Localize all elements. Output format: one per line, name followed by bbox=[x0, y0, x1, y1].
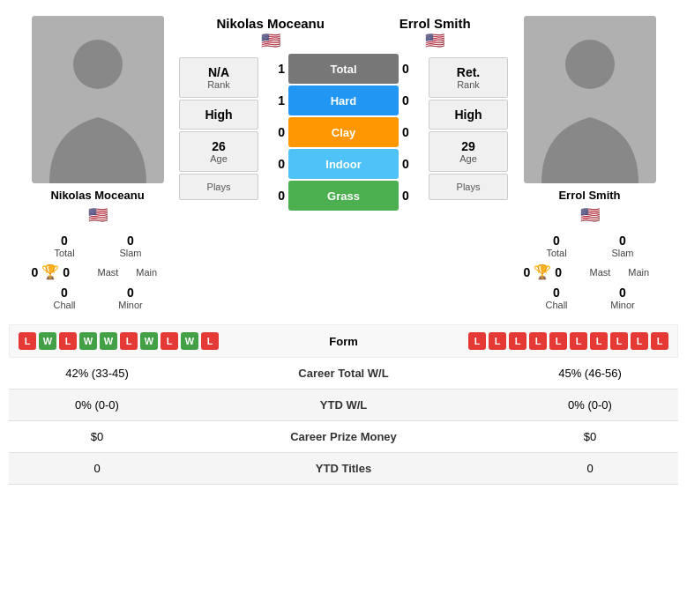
right-form-badge-l: L bbox=[651, 332, 668, 350]
right-total-cell: 0 Total bbox=[524, 232, 590, 260]
left-stat-boxes: N/A Rank High 26 Age Plays bbox=[179, 57, 258, 211]
score-total-right: 0 bbox=[402, 54, 409, 84]
right-chall-cell: 0 Chall bbox=[524, 284, 590, 312]
left-minor-lbl: Minor bbox=[118, 300, 143, 310]
score-clay-right: 0 bbox=[402, 117, 409, 147]
right-form-badge-l: L bbox=[549, 332, 567, 350]
left-trophy-icon: 🏆 bbox=[41, 263, 59, 280]
left-chall-val: 0 bbox=[61, 286, 68, 300]
left-form-badges: LWLWWLWLWL bbox=[19, 332, 291, 350]
right-form-badge-l: L bbox=[489, 332, 506, 350]
left-mast-val: 0 bbox=[32, 265, 39, 279]
score-col-right: 0 0 0 0 0 bbox=[399, 54, 425, 211]
stats-left-3: 0 bbox=[9, 453, 185, 485]
svg-point-3 bbox=[565, 40, 615, 89]
left-player-name: Nikolas Moceanu bbox=[50, 189, 144, 202]
stats-right-2: $0 bbox=[502, 421, 678, 453]
right-age-val: 29 bbox=[433, 139, 504, 153]
left-form-badge-w: W bbox=[181, 332, 198, 350]
left-high-val: High bbox=[183, 108, 254, 122]
main-container: Nikolas Moceanu 🇺🇸 0 Total 0 Slam 0 bbox=[0, 0, 687, 494]
right-form-badge-l: L bbox=[610, 332, 628, 350]
score-hard-left: 1 bbox=[278, 85, 285, 115]
left-rank-lbl: Rank bbox=[183, 79, 254, 90]
right-player-stats: 0 Total 0 Slam 0 🏆 0 Mast bbox=[508, 232, 671, 312]
left-slam-val: 0 bbox=[127, 234, 134, 248]
right-age-lbl: Age bbox=[433, 153, 504, 164]
stats-row-1: 0% (0-0) YTD W/L 0% (0-0) bbox=[9, 390, 678, 421]
right-minor-val: 0 bbox=[619, 286, 626, 300]
grass-bar: Grass bbox=[288, 181, 399, 211]
right-stats-grid: 0 Total 0 Slam 0 🏆 0 Mast bbox=[524, 232, 656, 312]
stats-left-2: $0 bbox=[9, 421, 185, 453]
right-total-lbl: Total bbox=[546, 248, 566, 258]
right-form-badge-l: L bbox=[590, 332, 608, 350]
left-mast-cell: 0 🏆 0 bbox=[32, 262, 98, 282]
stats-row-3: 0 YTD Titles 0 bbox=[9, 453, 678, 485]
grass-label: Grass bbox=[327, 189, 360, 203]
left-total-lbl: Total bbox=[54, 248, 74, 258]
stats-center-3: YTD Titles bbox=[185, 453, 502, 485]
surface-col: Total Hard Clay Indoor Grass bbox=[288, 54, 399, 211]
right-chall-lbl: Chall bbox=[545, 300, 567, 310]
score-clay-left: 0 bbox=[278, 117, 285, 147]
left-plays-box: Plays bbox=[179, 174, 258, 200]
right-form-badges: LLLLLLLLLL bbox=[397, 332, 669, 350]
right-slam-val: 0 bbox=[619, 234, 626, 248]
right-mast-cell: 0 🏆 0 bbox=[524, 262, 590, 282]
indoor-bar: Indoor bbox=[288, 149, 399, 179]
score-total-left: 1 bbox=[278, 54, 285, 84]
right-minor-cell: 0 Minor bbox=[590, 284, 656, 312]
right-rank-lbl: Rank bbox=[433, 79, 504, 90]
right-chall-val: 0 bbox=[553, 286, 560, 300]
hard-bar: Hard bbox=[288, 85, 399, 115]
left-form-badge-l: L bbox=[59, 332, 77, 350]
left-main-lbl: Main bbox=[136, 267, 157, 278]
left-slam-lbl: Slam bbox=[119, 248, 141, 258]
right-high-val: High bbox=[433, 108, 504, 122]
left-main-val: 0 bbox=[63, 265, 70, 279]
left-player-flag: 🇺🇸 bbox=[88, 205, 108, 225]
left-form-badge-l: L bbox=[161, 332, 178, 350]
clay-label: Clay bbox=[332, 126, 355, 139]
stats-row-0: 42% (33-45) Career Total W/L 45% (46-56) bbox=[9, 358, 678, 390]
left-high-box: High bbox=[179, 100, 258, 130]
left-form-badge-w: W bbox=[79, 332, 97, 350]
hard-label: Hard bbox=[331, 94, 357, 108]
indoor-label: Indoor bbox=[325, 158, 361, 171]
right-form-badge-l: L bbox=[509, 332, 526, 350]
left-plays-lbl: Plays bbox=[183, 182, 254, 192]
score-grass-left: 0 bbox=[278, 181, 285, 211]
right-player-name: Errol Smith bbox=[558, 189, 620, 202]
score-grass-right: 0 bbox=[402, 181, 409, 211]
center-left-flag: 🇺🇸 bbox=[216, 31, 325, 50]
right-main-lbl: Main bbox=[628, 267, 649, 278]
stats-right-3: 0 bbox=[502, 453, 678, 485]
form-label: Form bbox=[291, 335, 397, 348]
center-right-name: Errol Smith bbox=[400, 16, 471, 31]
center-names-row: Nikolas Moceanu 🇺🇸 Errol Smith 🇺🇸 bbox=[179, 16, 508, 54]
right-slam-cell: 0 Slam bbox=[590, 232, 656, 260]
right-mast-val: 0 bbox=[524, 265, 531, 279]
right-form-badge-l: L bbox=[631, 332, 648, 350]
right-high-box: High bbox=[429, 100, 508, 130]
stats-right-0: 45% (46-56) bbox=[502, 358, 678, 390]
right-form-badge-l: L bbox=[570, 332, 587, 350]
left-rank-box: N/A Rank bbox=[179, 57, 258, 98]
right-rank-box: Ret. Rank bbox=[429, 57, 508, 98]
left-player-photo bbox=[32, 16, 164, 183]
right-plays-lbl: Plays bbox=[433, 182, 504, 192]
total-label: Total bbox=[330, 63, 356, 76]
left-minor-val: 0 bbox=[127, 286, 134, 300]
right-minor-lbl: Minor bbox=[610, 300, 635, 310]
left-stats-grid: 0 Total 0 Slam 0 🏆 0 Mast bbox=[32, 232, 164, 312]
svg-point-1 bbox=[73, 40, 123, 89]
left-player-stats: 0 Total 0 Slam 0 🏆 0 Mast bbox=[16, 232, 179, 312]
right-plays-box: Plays bbox=[429, 174, 508, 200]
right-player-flag: 🇺🇸 bbox=[580, 205, 600, 225]
left-minor-cell: 0 Minor bbox=[98, 284, 164, 312]
score-hard-right: 0 bbox=[402, 85, 409, 115]
stats-row-2: $0 Career Prize Money $0 bbox=[9, 421, 678, 453]
score-indoor-right: 0 bbox=[402, 149, 409, 179]
left-age-val: 26 bbox=[183, 139, 254, 153]
